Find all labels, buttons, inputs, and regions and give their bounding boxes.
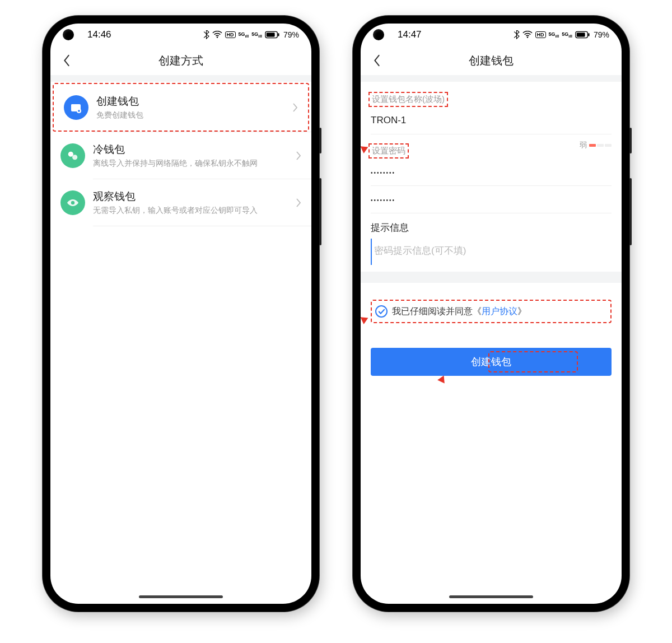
option-title: 冷钱包 bbox=[93, 142, 296, 157]
svg-rect-11 bbox=[588, 33, 589, 36]
chevron-right-icon bbox=[296, 198, 301, 208]
svg-point-8 bbox=[526, 36, 528, 38]
statusbar: 14:46 HD 5Gıll 5Gıll 79% bbox=[50, 24, 311, 46]
screen-left: 14:46 HD 5Gıll 5Gıll 79% 创建方式 bbox=[50, 24, 311, 604]
section-gap bbox=[50, 75, 311, 82]
hint-input[interactable]: 密码提示信息(可不填) bbox=[371, 239, 612, 265]
signal-5g-2: 5Gıll bbox=[562, 31, 572, 39]
cold-wallet-icon bbox=[60, 143, 85, 168]
signal-5g-1: 5Gıll bbox=[239, 31, 249, 39]
status-icons: HD 5Gıll 5Gıll 79% bbox=[514, 30, 609, 39]
option-subtitle: 离线导入并保持与网络隔绝，确保私钥永不触网 bbox=[93, 159, 296, 169]
option-watch-wallet[interactable]: 观察钱包 无需导入私钥，输入账号或者对应公钥即可导入 bbox=[50, 179, 311, 226]
section-gap bbox=[361, 272, 622, 283]
phone-right: 14:47 HD 5Gıll 5Gıll 79% 创建钱包 设置钱包名称(波场)… bbox=[353, 16, 629, 612]
strength-text: 弱 bbox=[580, 140, 587, 150]
watch-wallet-icon bbox=[60, 190, 85, 215]
chevron-right-icon bbox=[296, 151, 301, 161]
option-list: 创建钱包 免费创建钱包 冷钱包 离线导入并保持与网络隔绝，确保私钥永不触网 bbox=[50, 83, 311, 226]
battery-percent: 79% bbox=[283, 30, 299, 39]
option-subtitle: 免费创建钱包 bbox=[96, 110, 292, 120]
option-cold-wallet[interactable]: 冷钱包 离线导入并保持与网络隔绝，确保私钥永不触网 bbox=[50, 132, 311, 179]
navbar: 创建方式 bbox=[50, 46, 311, 75]
svg-rect-3 bbox=[278, 33, 279, 36]
wallet-name-input[interactable]: TRON-1 bbox=[371, 107, 612, 134]
agree-checkbox[interactable] bbox=[375, 305, 388, 318]
password-label: 设置密码 bbox=[368, 143, 409, 159]
hd-icon: HD bbox=[225, 31, 236, 38]
battery-icon bbox=[575, 31, 590, 39]
status-icons: HD 5Gıll 5Gıll 79% bbox=[203, 30, 299, 39]
wallet-create-icon bbox=[64, 95, 88, 120]
section-gap bbox=[361, 75, 622, 82]
hint-label: 提示信息 bbox=[371, 213, 612, 239]
wifi-icon bbox=[212, 31, 222, 39]
svg-rect-2 bbox=[267, 32, 275, 36]
statusbar: 14:47 HD 5Gıll 5Gıll 79% bbox=[361, 24, 622, 46]
strength-bar bbox=[589, 144, 612, 147]
svg-point-7 bbox=[71, 201, 74, 204]
create-wallet-button[interactable]: 创建钱包 bbox=[371, 348, 612, 376]
option-subtitle: 无需导入私钥，输入账号或者对应公钥即可导入 bbox=[93, 206, 296, 216]
divider bbox=[93, 226, 311, 226]
svg-point-0 bbox=[216, 36, 218, 38]
user-agreement-link[interactable]: 用户协议 bbox=[482, 306, 517, 316]
agree-row[interactable]: 我已仔细阅读并同意《用户协议》 bbox=[371, 300, 612, 323]
navbar: 创建钱包 bbox=[361, 46, 622, 75]
wallet-form: 设置钱包名称(波场) TRON-1 设置密码 弱 •••••••• ••••••… bbox=[361, 82, 622, 272]
status-time: 14:47 bbox=[398, 29, 422, 40]
back-button[interactable] bbox=[58, 52, 75, 69]
bluetooth-icon bbox=[203, 30, 209, 39]
home-indicator[interactable] bbox=[139, 595, 223, 598]
bluetooth-icon bbox=[514, 30, 520, 39]
svg-rect-10 bbox=[577, 32, 585, 36]
camera-cutout bbox=[63, 29, 74, 40]
option-title: 观察钱包 bbox=[93, 189, 296, 204]
check-icon bbox=[378, 308, 385, 315]
home-indicator[interactable] bbox=[449, 595, 533, 598]
signal-5g-1: 5Gıll bbox=[549, 31, 559, 39]
hd-icon: HD bbox=[535, 31, 546, 38]
phone-left: 14:46 HD 5Gıll 5Gıll 79% 创建方式 bbox=[43, 16, 319, 612]
password-input[interactable]: •••••••• bbox=[371, 159, 612, 186]
annotation-arrow bbox=[437, 374, 447, 384]
page-title: 创建方式 bbox=[50, 53, 311, 68]
camera-cutout bbox=[373, 29, 384, 40]
agree-text: 我已仔细阅读并同意《用户协议》 bbox=[392, 306, 526, 318]
signal-5g-2: 5Gıll bbox=[251, 31, 262, 39]
wallet-name-label: 设置钱包名称(波场) bbox=[368, 92, 448, 107]
password-strength: 弱 bbox=[580, 140, 612, 150]
svg-point-5 bbox=[68, 151, 73, 156]
chevron-left-icon bbox=[63, 54, 71, 67]
password-confirm-input[interactable]: •••••••• bbox=[371, 186, 612, 213]
battery-percent: 79% bbox=[594, 30, 609, 39]
svg-point-6 bbox=[72, 155, 77, 160]
back-button[interactable] bbox=[368, 52, 385, 69]
option-title: 创建钱包 bbox=[96, 94, 292, 109]
screen-right: 14:47 HD 5Gıll 5Gıll 79% 创建钱包 设置钱包名称(波场)… bbox=[361, 24, 622, 604]
page-title: 创建钱包 bbox=[361, 53, 622, 68]
chevron-left-icon bbox=[373, 54, 381, 67]
annotation-highlight bbox=[488, 351, 578, 372]
annotation-arrow bbox=[361, 314, 370, 324]
annotation-arrow bbox=[50, 113, 52, 123]
battery-icon bbox=[265, 31, 279, 39]
option-create-wallet[interactable]: 创建钱包 免费创建钱包 bbox=[53, 83, 309, 132]
status-time: 14:46 bbox=[87, 29, 111, 40]
chevron-right-icon bbox=[292, 102, 298, 113]
wifi-icon bbox=[522, 31, 533, 39]
